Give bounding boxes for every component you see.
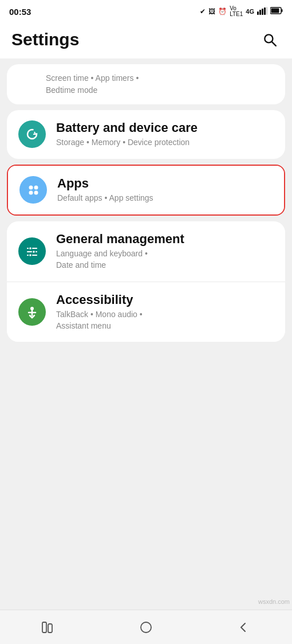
bottom-nav [0, 610, 292, 644]
svg-line-9 [272, 42, 276, 46]
svg-rect-1 [259, 10, 261, 15]
apps-title: Apps [57, 176, 273, 191]
svg-point-20 [29, 254, 32, 257]
svg-point-18 [29, 247, 32, 250]
svg-point-28 [141, 622, 151, 633]
page-title: Settings [11, 30, 79, 49]
header: Settings [0, 23, 292, 58]
apps-item[interactable]: Apps Default apps • App settings [8, 166, 284, 214]
check-icon: ✔ [200, 7, 206, 15]
signal-icon [257, 7, 267, 17]
screen-time-subtitle: Screen time • App timers • Bedtime mode [46, 73, 139, 95]
image-icon: 🖼 [208, 7, 215, 15]
svg-point-12 [34, 186, 38, 190]
svg-rect-27 [48, 624, 52, 633]
watermark: wsxdn.com [258, 598, 290, 605]
general-text: General management Language and keyboard… [56, 232, 274, 271]
apps-card-highlighted[interactable]: Apps Default apps • App settings [7, 165, 285, 216]
svg-point-13 [29, 191, 33, 195]
general-icon-bg [18, 237, 46, 265]
status-time: 00:53 [9, 7, 31, 17]
accessibility-item[interactable]: Accessibility TalkBack • Mono audio • As… [7, 282, 285, 342]
battery-text: Battery and device care Storage • Memory… [56, 120, 274, 149]
volte-icon: VoLTE1 [230, 6, 243, 17]
recents-button[interactable] [31, 616, 66, 639]
battery-item[interactable]: Battery and device care Storage • Memory… [7, 110, 285, 159]
svg-point-14 [34, 191, 38, 195]
svg-rect-4 [266, 7, 267, 15]
general-subtitle: Language and keyboard • Date and time [56, 248, 274, 271]
battery-card[interactable]: Battery and device care Storage • Memory… [7, 110, 285, 159]
accessibility-text: Accessibility TalkBack • Mono audio • As… [56, 292, 274, 332]
svg-rect-3 [264, 7, 266, 15]
svg-rect-7 [271, 9, 279, 13]
battery-title: Battery and device care [56, 120, 274, 135]
search-button[interactable] [259, 29, 281, 50]
svg-rect-2 [262, 9, 263, 15]
apps-subtitle: Default apps • App settings [57, 193, 273, 204]
svg-rect-6 [282, 9, 283, 12]
general-title: General management [56, 232, 274, 247]
svg-rect-26 [42, 622, 46, 633]
alarm-icon: ⏰ [218, 7, 227, 15]
status-bar: 00:53 ✔ 🖼 ⏰ VoLTE1 4G [0, 0, 292, 23]
battery-subtitle: Storage • Memory • Device protection [56, 137, 274, 149]
accessibility-subtitle: TalkBack • Mono audio • Assistant menu [56, 309, 274, 331]
status-icons: ✔ 🖼 ⏰ VoLTE1 4G [200, 6, 283, 17]
accessibility-icon-bg [18, 298, 46, 326]
accessibility-title: Accessibility [56, 292, 274, 307]
battery-icon-bg [18, 120, 46, 148]
screen-time-card: Screen time • App timers • Bedtime mode [7, 64, 285, 104]
svg-point-11 [29, 186, 33, 190]
apps-icon-bg [19, 176, 47, 204]
battery-icon [270, 7, 283, 16]
search-icon [262, 32, 277, 47]
svg-rect-0 [257, 11, 259, 15]
bottom-card: General management Language and keyboard… [7, 221, 285, 342]
general-item[interactable]: General management Language and keyboard… [7, 221, 285, 282]
settings-content: Screen time • App timers • Bedtime mode … [0, 64, 292, 342]
back-button[interactable] [226, 616, 261, 639]
home-button[interactable] [129, 616, 163, 639]
apps-text: Apps Default apps • App settings [57, 176, 273, 204]
svg-point-19 [33, 251, 35, 253]
4g-icon: 4G [246, 8, 254, 15]
